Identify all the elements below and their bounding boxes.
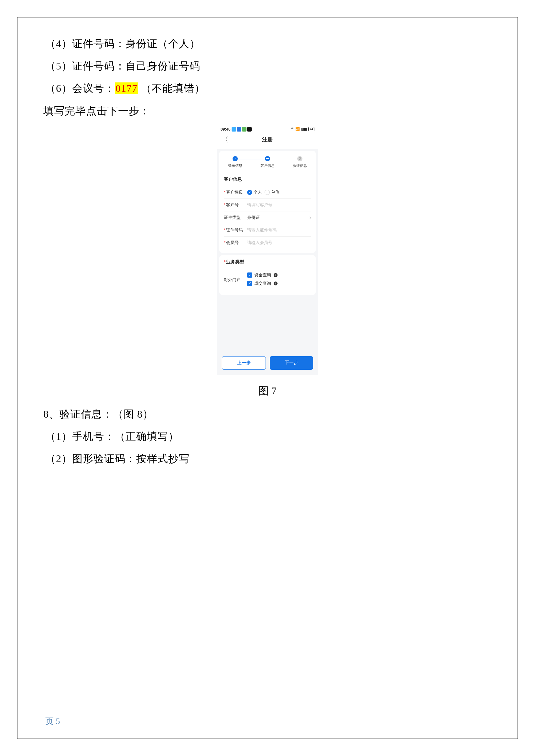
prev-button[interactable]: 上一步 xyxy=(222,356,266,370)
deal-query-label: 成交查询 xyxy=(254,281,271,286)
radio-company[interactable]: 单位 xyxy=(265,189,279,195)
customer-info-card: 客户信息 *客户性质 ✓ 个人 单位 *客户号 请填写客户号 xyxy=(219,173,316,253)
next-button[interactable]: 下一步 xyxy=(270,356,313,370)
radio-personal-label: 个人 xyxy=(254,189,262,195)
hd-icon: ᴴᴰ xyxy=(291,127,294,131)
label-member-no: *会员号 xyxy=(224,240,247,246)
radio-checked-icon: ✓ xyxy=(247,190,252,195)
step-verify-info: 3 验证信息 xyxy=(292,156,308,168)
checkbox-fund-query[interactable]: ✓ 资金查询 i xyxy=(247,272,277,278)
spacer xyxy=(217,295,318,353)
row-id-type[interactable]: 证件类型 身份证 › xyxy=(224,211,311,224)
doc-instruction: 填写完毕点击下一步： xyxy=(43,103,490,119)
battery-icon: 74 xyxy=(308,127,314,131)
section-8-heading: 8、验证信息：（图 8） xyxy=(43,406,490,422)
doc-line-6: （6）会议号：0177 （不能填错） xyxy=(45,80,490,97)
biz-type-card: *业务类型 对外门户 ✓ 资金查询 i ✓ 成交查询 i xyxy=(219,255,316,295)
signal-icon-1: ▯▮▮ xyxy=(301,127,307,131)
fund-query-label: 资金查询 xyxy=(254,272,271,278)
document-content: （4）证件号码：身份证（个人） （5）证件号码：自己身份证号码 （6）会议号：0… xyxy=(45,36,490,473)
row-id-no[interactable]: *证件号码 请输入证件号码 xyxy=(224,224,311,237)
radio-company-label: 单位 xyxy=(271,189,279,195)
label-portal: 对外门户 xyxy=(224,277,247,283)
label-customer-no: *客户号 xyxy=(224,202,247,208)
status-left: 09:40 xyxy=(221,127,252,132)
step-label-2: 客户信息 xyxy=(260,163,275,168)
value-customer-nature: ✓ 个人 单位 xyxy=(247,189,311,195)
stepper: ✓ 登录信息 ••• 客户信息 3 验证信息 xyxy=(219,151,316,173)
value-id-type: 身份证 › xyxy=(247,215,311,220)
label-id-no: *证件号码 xyxy=(224,227,247,233)
button-row: 上一步 下一步 xyxy=(217,353,318,375)
section-8-1: （1）手机号：（正确填写） xyxy=(45,428,490,445)
checkbox-deal-query[interactable]: ✓ 成交查询 i xyxy=(247,281,277,286)
doc-line-4: （4）证件号码：身份证（个人） xyxy=(45,36,490,52)
input-customer-no[interactable]: 请填写客户号 xyxy=(247,202,311,208)
input-member-no[interactable]: 请输入会员号 xyxy=(247,240,311,246)
wifi-icon: 📶 xyxy=(295,127,300,131)
status-icon-2 xyxy=(237,127,241,132)
step-customer-info: ••• 客户信息 xyxy=(259,156,276,168)
step-label-1: 登录信息 xyxy=(228,163,242,168)
checkbox-checked-icon: ✓ xyxy=(247,281,252,286)
phone-screenshot: 09:40 ᴴᴰ 📶 ▯▮▮ 74 〈 注册 xyxy=(217,125,318,375)
status-right: ᴴᴰ 📶 ▯▮▮ 74 xyxy=(291,127,314,131)
status-icon-3 xyxy=(242,127,246,132)
row-portal: 对外门户 ✓ 资金查询 i ✓ 成交查询 i xyxy=(224,269,311,291)
nav-title: 注册 xyxy=(262,136,273,143)
biz-type-title: *业务类型 xyxy=(224,259,311,265)
status-bar: 09:40 ᴴᴰ 📶 ▯▮▮ 74 xyxy=(217,125,318,132)
line6-prefix: （6）会议号： xyxy=(45,82,115,94)
meeting-code: 0177 xyxy=(115,82,138,94)
input-id-no[interactable]: 请输入证件号码 xyxy=(247,227,311,233)
status-icon-4 xyxy=(247,127,252,132)
checkbox-checked-icon: ✓ xyxy=(247,273,252,278)
page-number: 页 5 xyxy=(45,716,60,727)
doc-line-5: （5）证件号码：自己身份证号码 xyxy=(45,58,490,74)
id-type-text: 身份证 xyxy=(247,215,260,220)
customer-info-title: 客户信息 xyxy=(224,176,311,182)
line6-suffix: （不能填错） xyxy=(138,82,205,94)
step-dot-2: ••• xyxy=(265,156,270,161)
step-login-info: ✓ 登录信息 xyxy=(227,156,243,168)
figure-caption: 图 7 xyxy=(45,384,490,398)
back-icon[interactable]: 〈 xyxy=(221,135,228,145)
section-8-2: （2）图形验证码：按样式抄写 xyxy=(45,450,490,467)
radio-unchecked-icon xyxy=(265,190,270,195)
status-time: 09:40 xyxy=(221,127,231,132)
label-customer-nature: *客户性质 xyxy=(224,189,247,195)
step-dot-3: 3 xyxy=(297,156,302,161)
row-customer-nature: *客户性质 ✓ 个人 单位 xyxy=(224,186,311,199)
portal-options: ✓ 资金查询 i ✓ 成交查询 i xyxy=(247,272,311,288)
step-label-3: 验证信息 xyxy=(293,163,307,168)
nav-bar: 〈 注册 xyxy=(217,132,318,149)
radio-personal[interactable]: ✓ 个人 xyxy=(247,189,262,195)
chevron-right-icon: › xyxy=(310,215,311,220)
row-customer-no[interactable]: *客户号 请填写客户号 xyxy=(224,199,311,211)
label-id-type: 证件类型 xyxy=(224,215,247,220)
info-icon[interactable]: i xyxy=(274,273,277,277)
info-icon[interactable]: i xyxy=(274,282,277,285)
status-icon-1 xyxy=(232,127,236,132)
row-member-no[interactable]: *会员号 请输入会员号 xyxy=(224,237,311,249)
status-app-icons xyxy=(232,127,252,132)
step-dot-1: ✓ xyxy=(233,156,238,161)
